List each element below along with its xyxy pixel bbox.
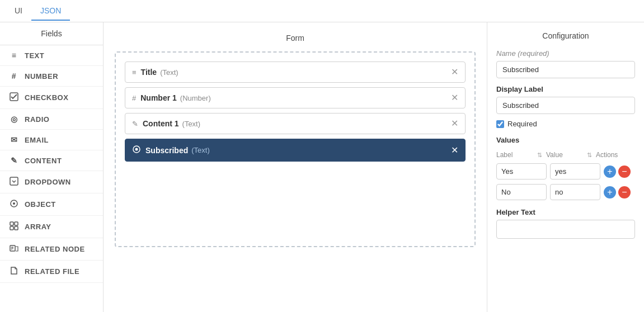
form-area: Form ≡ Title (Text) ✕ # Number 1 (Number… — [104, 22, 487, 312]
sidebar-item-array-label: ARRAY — [25, 223, 51, 231]
sidebar-item-dropdown-label: DROPDOWN — [25, 178, 71, 186]
tab-ui[interactable]: UI — [6, 2, 31, 21]
sidebar-item-object[interactable]: OBJECT — [0, 193, 103, 216]
sidebar: Fields ≡ TEXT # NUMBER CHECKBOX ◎ RADIO … — [0, 22, 104, 312]
number1-field-name: Number 1 — [140, 93, 177, 102]
col-value-header: Value — [546, 151, 582, 159]
object-icon — [9, 199, 19, 210]
config-header: Configuration — [496, 31, 635, 40]
helper-text-label: Helper Text — [496, 208, 635, 216]
main-layout: Fields ≡ TEXT # NUMBER CHECKBOX ◎ RADIO … — [0, 22, 644, 312]
values-row-yes: + − — [496, 163, 635, 179]
sidebar-item-text[interactable]: ≡ TEXT — [0, 45, 103, 66]
content1-field-name: Content 1 — [143, 119, 179, 128]
sidebar-header: Fields — [0, 22, 103, 45]
svg-rect-6 — [10, 226, 13, 230]
sidebar-item-checkbox-label: CHECKBOX — [25, 93, 68, 102]
svg-rect-4 — [10, 222, 13, 225]
helper-text-section: Helper Text — [496, 208, 635, 239]
values-add-no-button[interactable]: + — [604, 186, 616, 198]
display-input[interactable] — [496, 97, 635, 114]
related-node-icon — [9, 244, 19, 254]
svg-point-3 — [13, 202, 15, 205]
form-field-content1[interactable]: ✎ Content 1 (Text) ✕ — [125, 113, 466, 134]
display-label: Display Label — [496, 85, 635, 93]
sidebar-item-checkbox[interactable]: CHECKBOX — [0, 87, 103, 109]
subscribed-field-type: (Text) — [191, 146, 210, 154]
required-row: Required — [496, 120, 635, 128]
sidebar-item-radio[interactable]: ◎ RADIO — [0, 109, 103, 130]
values-label-yes[interactable] — [496, 163, 547, 179]
col-label-sort-icon: ⇅ — [535, 152, 544, 159]
dropdown-icon — [9, 177, 19, 187]
values-value-no[interactable] — [550, 184, 600, 200]
svg-rect-7 — [15, 226, 18, 230]
col-label-header: Label — [496, 151, 533, 159]
helper-text-input[interactable] — [496, 220, 635, 239]
number1-remove-button[interactable]: ✕ — [451, 93, 458, 102]
content1-remove-button[interactable]: ✕ — [451, 119, 458, 128]
array-icon — [9, 221, 19, 232]
sidebar-item-related-node[interactable]: RELATED NODE — [0, 238, 103, 261]
sidebar-item-object-label: OBJECT — [25, 200, 56, 209]
sidebar-item-content[interactable]: ✎ CONTENT — [0, 150, 103, 171]
sidebar-item-email[interactable]: ✉ EMAIL — [0, 130, 103, 150]
form-field-title[interactable]: ≡ Title (Text) ✕ — [125, 62, 466, 83]
sidebar-item-content-label: CONTENT — [25, 157, 62, 165]
col-actions-header: Actions — [596, 151, 635, 159]
related-file-icon — [9, 266, 19, 277]
values-actions-no: + − — [604, 186, 635, 198]
required-checkbox[interactable] — [496, 120, 504, 128]
form-header: Form — [115, 34, 476, 42]
content-icon: ✎ — [9, 156, 19, 165]
values-remove-yes-button[interactable]: − — [618, 166, 631, 178]
email-icon: ✉ — [9, 135, 19, 144]
sidebar-item-number[interactable]: # NUMBER — [0, 66, 103, 87]
sidebar-item-email-label: EMAIL — [25, 136, 49, 144]
sidebar-item-number-label: NUMBER — [25, 72, 58, 81]
title-field-icon: ≡ — [132, 68, 137, 77]
form-canvas: ≡ Title (Text) ✕ # Number 1 (Number) ✕ ✎… — [115, 51, 476, 247]
sidebar-item-array[interactable]: ARRAY — [0, 216, 103, 238]
subscribed-remove-button[interactable]: ✕ — [451, 146, 458, 155]
name-input[interactable] — [496, 61, 635, 78]
number1-field-type: (Number) — [180, 94, 211, 102]
tab-json[interactable]: JSON — [31, 2, 70, 21]
values-add-yes-button[interactable]: + — [604, 166, 616, 178]
values-section: Values Label ⇅ Value ⇅ Actions + − — [496, 136, 635, 200]
sidebar-item-dropdown[interactable]: DROPDOWN — [0, 171, 103, 193]
radio-icon: ◎ — [9, 115, 19, 124]
values-actions-yes: + − — [604, 166, 635, 178]
name-label: Name (required) — [496, 49, 635, 58]
values-remove-no-button[interactable]: − — [618, 186, 631, 198]
col-value-sort-icon: ⇅ — [585, 152, 594, 159]
sidebar-item-related-node-label: RELATED NODE — [25, 245, 85, 253]
sidebar-item-text-label: TEXT — [25, 51, 44, 60]
text-icon: ≡ — [9, 51, 19, 60]
content1-field-type: (Text) — [182, 120, 201, 128]
checkbox-icon — [9, 92, 19, 103]
values-row-no: + − — [496, 184, 635, 200]
title-field-name: Title — [141, 68, 157, 77]
sidebar-item-radio-label: RADIO — [25, 115, 49, 124]
values-table-header: Label ⇅ Value ⇅ Actions — [496, 149, 635, 161]
values-label-no[interactable] — [496, 184, 547, 200]
svg-rect-5 — [15, 222, 18, 225]
values-header-label: Values — [496, 136, 635, 144]
config-panel: Configuration Name (required) Display La… — [487, 22, 644, 312]
sidebar-item-related-file[interactable]: RELATED FILE — [0, 261, 103, 283]
form-field-subscribed[interactable]: Subscribed (Text) ✕ — [125, 139, 466, 162]
title-field-type: (Text) — [160, 68, 178, 77]
svg-rect-1 — [10, 177, 18, 185]
values-value-yes[interactable] — [550, 163, 600, 179]
form-field-number1[interactable]: # Number 1 (Number) ✕ — [125, 87, 466, 108]
number-icon: # — [9, 72, 19, 81]
required-label: Required — [507, 120, 537, 128]
subscribed-field-name: Subscribed — [145, 146, 188, 155]
title-remove-button[interactable]: ✕ — [451, 68, 458, 77]
sidebar-item-related-file-label: RELATED FILE — [25, 267, 79, 276]
content1-field-icon: ✎ — [132, 120, 138, 128]
subscribed-field-icon — [132, 145, 141, 155]
top-tabs-bar: UI JSON — [0, 0, 644, 22]
number1-field-icon: # — [132, 94, 136, 102]
